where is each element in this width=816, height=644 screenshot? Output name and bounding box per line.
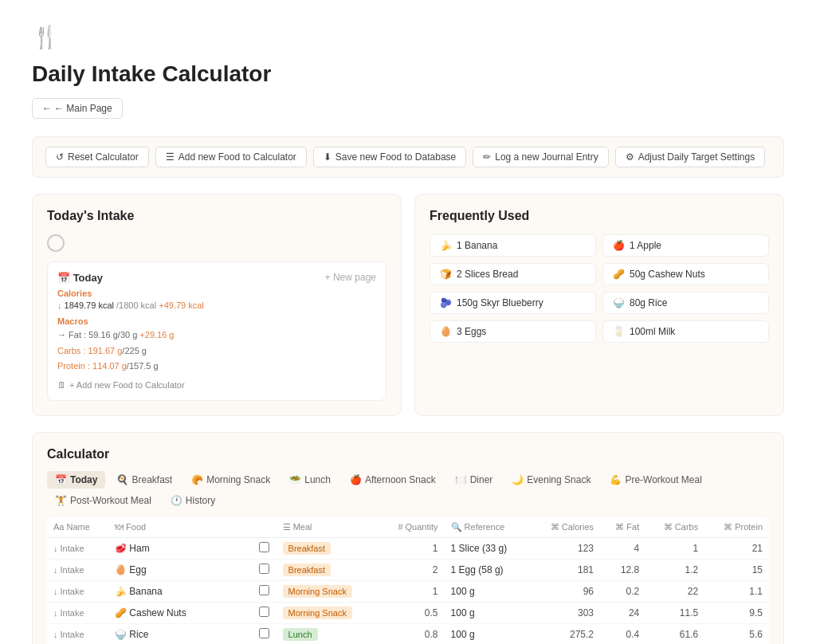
cell-calories: 275.2 bbox=[530, 623, 600, 644]
freq-item-banana[interactable]: 🍌 1 Banana bbox=[430, 234, 596, 257]
freq-item-apple[interactable]: 🍎 1 Apple bbox=[602, 234, 769, 257]
cell-food: 🥜 Cashew Nuts bbox=[108, 602, 253, 623]
cell-quantity: 2 bbox=[379, 559, 444, 580]
new-page-link[interactable]: + New page bbox=[325, 272, 376, 283]
reset-calculator-button[interactable]: ↺ Reset Calculator bbox=[45, 147, 149, 167]
cell-carbs: 11.5 bbox=[645, 602, 704, 623]
cell-fat: 0.2 bbox=[600, 580, 645, 602]
cell-reference: 100 g bbox=[445, 623, 531, 644]
cell-meal: Morning Snack bbox=[277, 602, 379, 623]
tab-afternoon-snack[interactable]: 🍎 Afternoon Snack bbox=[342, 471, 444, 489]
quantity-col-icon: # bbox=[398, 522, 402, 532]
skyr-icon: 🫐 bbox=[440, 297, 452, 308]
banana-icon: 🍌 bbox=[440, 240, 452, 251]
cell-fat: 12.8 bbox=[600, 559, 645, 580]
tab-pre-workout[interactable]: 💪 Pre-Workout Meal bbox=[602, 471, 709, 489]
carbs-col-icon: ⌘ bbox=[664, 522, 673, 532]
cashew-icon: 🥜 bbox=[613, 269, 625, 280]
calendar-icon: 📅 bbox=[57, 272, 70, 284]
table-row: ↓ Intake 🥚 Egg Breakfast 2 1 Egg (58 g) … bbox=[47, 559, 769, 580]
eggs-icon: 🥚 bbox=[440, 326, 452, 337]
freq-item-eggs[interactable]: 🥚 3 Eggs bbox=[430, 320, 596, 343]
cell-protein: 9.5 bbox=[704, 602, 769, 623]
freq-grid: 🍌 1 Banana 🍎 1 Apple 🍞 2 Slices Bread 🥜 … bbox=[430, 234, 769, 343]
cell-quantity: 1 bbox=[379, 580, 444, 602]
food-table: Aa Name 🍽 Food ☰ Meal # Quantity bbox=[47, 517, 769, 644]
diner-tab-icon: 🍽️ bbox=[455, 474, 467, 485]
cell-calories: 181 bbox=[530, 559, 600, 580]
row-checkbox[interactable] bbox=[259, 585, 269, 595]
tab-post-workout[interactable]: 🏋️ Post-Workout Meal bbox=[47, 492, 159, 509]
cell-reference: 100 g bbox=[445, 602, 531, 623]
freq-item-rice[interactable]: 🍚 80g Rice bbox=[602, 292, 769, 314]
post-workout-tab-icon: 🏋️ bbox=[55, 495, 67, 506]
table-row: ↓ Intake 🥩 Ham Breakfast 1 1 Slice (33 g… bbox=[47, 537, 769, 559]
cell-checkbox[interactable] bbox=[253, 580, 277, 602]
cell-fat: 4 bbox=[600, 537, 645, 559]
cell-protein: 21 bbox=[704, 537, 769, 559]
col-reference: 🔍 Reference bbox=[445, 517, 531, 538]
evening-snack-tab-icon: 🌙 bbox=[512, 474, 524, 485]
save-food-button[interactable]: ⬇ Save new Food to Database bbox=[313, 147, 466, 167]
freq-item-skyr[interactable]: 🫐 150g Skyr Blueberry bbox=[430, 292, 596, 314]
journal-icon: ✏ bbox=[483, 151, 491, 163]
col-quantity: # Quantity bbox=[379, 517, 444, 538]
calories-col-icon: ⌘ bbox=[551, 522, 559, 532]
cell-checkbox[interactable] bbox=[253, 559, 277, 580]
main-page-button[interactable]: ← ← Main Page bbox=[32, 98, 123, 119]
calculator-card: Calculator 📅 Today 🍳 Breakfast 🥐 Morning… bbox=[32, 432, 784, 644]
tab-lunch[interactable]: 🥗 Lunch bbox=[281, 471, 339, 489]
freq-item-bread[interactable]: 🍞 2 Slices Bread bbox=[430, 263, 596, 285]
adjust-target-button[interactable]: ⚙ Adjust Daily Target Settings bbox=[615, 147, 766, 167]
cell-checkbox[interactable] bbox=[253, 623, 277, 644]
tab-breakfast[interactable]: 🍳 Breakfast bbox=[108, 471, 180, 489]
cell-carbs: 61.6 bbox=[645, 623, 704, 644]
reset-icon: ↺ bbox=[56, 151, 64, 163]
frequently-used-card: Frequently Used 🍌 1 Banana 🍎 1 Apple 🍞 2… bbox=[414, 194, 784, 416]
cell-food: 🥚 Egg bbox=[108, 559, 253, 580]
cell-meal: Breakfast bbox=[277, 537, 379, 559]
bread-icon: 🍞 bbox=[440, 269, 452, 280]
calculator-title: Calculator bbox=[47, 447, 769, 461]
milk-icon: 🥛 bbox=[613, 326, 625, 337]
tab-diner[interactable]: 🍽️ Diner bbox=[447, 471, 501, 489]
add-food-link[interactable]: 🗓 + Add new Food to Calculator bbox=[57, 380, 185, 390]
tab-today[interactable]: 📅 Today bbox=[47, 471, 105, 489]
tab-morning-snack[interactable]: 🥐 Morning Snack bbox=[183, 471, 278, 489]
history-tab-icon: 🕐 bbox=[171, 495, 182, 506]
pre-workout-tab-icon: 💪 bbox=[610, 474, 622, 485]
table-row: ↓ Intake 🍌 Banana Morning Snack 1 100 g … bbox=[47, 580, 769, 602]
intake-icon: ↓ Intake bbox=[53, 630, 84, 639]
cell-food: 🍚 Rice bbox=[108, 623, 253, 644]
cell-name: ↓ Intake bbox=[47, 580, 108, 602]
table-row: ↓ Intake 🍚 Rice Lunch 0.8 100 g 275.2 0.… bbox=[47, 623, 769, 644]
cell-reference: 1 Egg (58 g) bbox=[445, 559, 531, 580]
add-food-icon: 🗓 bbox=[57, 380, 66, 390]
freq-item-cashew[interactable]: 🥜 50g Cashew Nuts bbox=[602, 263, 769, 285]
table-body: ↓ Intake 🥩 Ham Breakfast 1 1 Slice (33 g… bbox=[47, 537, 769, 644]
freq-item-milk[interactable]: 🥛 100ml Milk bbox=[602, 320, 769, 343]
table-row: ↓ Intake 🥜 Cashew Nuts Morning Snack 0.5… bbox=[47, 602, 769, 623]
morning-snack-tab-icon: 🥐 bbox=[191, 474, 203, 485]
row-checkbox[interactable] bbox=[259, 607, 269, 617]
cell-protein: 5.6 bbox=[704, 623, 769, 644]
cell-checkbox[interactable] bbox=[253, 602, 277, 623]
add-food-button[interactable]: ☰ Add new Food to Calculator bbox=[155, 147, 307, 167]
row-checkbox[interactable] bbox=[259, 628, 269, 638]
row-checkbox[interactable] bbox=[259, 542, 269, 552]
cell-fat: 24 bbox=[600, 602, 645, 623]
rice-icon: 🍚 bbox=[613, 297, 625, 308]
row-checkbox[interactable] bbox=[259, 564, 269, 574]
cell-food: 🍌 Banana bbox=[108, 580, 253, 602]
tab-evening-snack[interactable]: 🌙 Evening Snack bbox=[504, 471, 598, 489]
cell-protein: 15 bbox=[704, 559, 769, 580]
cell-carbs: 1.2 bbox=[645, 559, 704, 580]
calculator-tabs: 📅 Today 🍳 Breakfast 🥐 Morning Snack 🥗 Lu… bbox=[47, 471, 769, 509]
col-fat: ⌘ Fat bbox=[600, 517, 645, 538]
add-icon: ☰ bbox=[166, 151, 175, 163]
calories-row: ↓ 1849.79 kcal /1800 kcal +49.79 kcal bbox=[57, 300, 204, 310]
cell-checkbox[interactable] bbox=[253, 537, 277, 559]
tab-history[interactable]: 🕐 History bbox=[163, 492, 223, 509]
log-journal-button[interactable]: ✏ Log a new Journal Entry bbox=[473, 147, 608, 167]
intake-icon: ↓ Intake bbox=[53, 608, 84, 618]
